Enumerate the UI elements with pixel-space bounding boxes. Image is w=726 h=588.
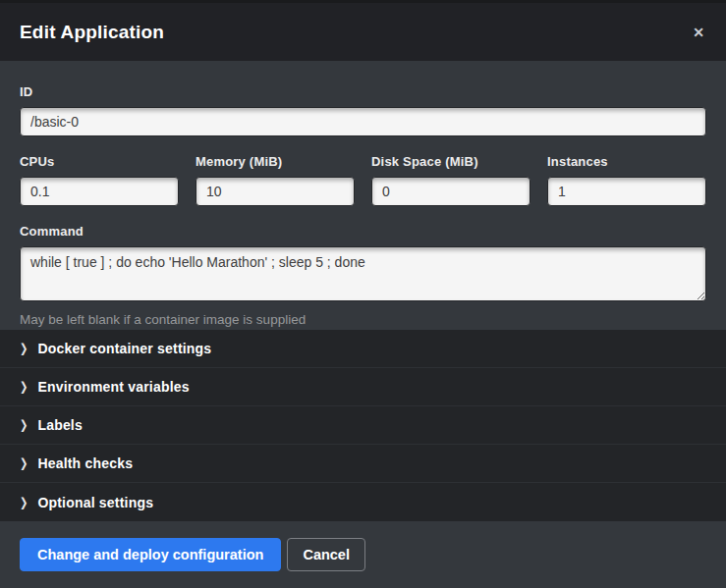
section-optional-settings[interactable]: ❯ Optional settings xyxy=(0,483,726,521)
section-labels[interactable]: ❯ Labels xyxy=(0,406,726,445)
cpus-field-group: CPUs xyxy=(20,154,179,206)
disk-label: Disk Space (MiB) xyxy=(371,154,531,169)
chevron-right-icon: ❯ xyxy=(20,381,28,394)
chevron-right-icon: ❯ xyxy=(20,343,28,355)
section-health-checks[interactable]: ❯ Health checks xyxy=(0,445,726,483)
modal-footer: Change and deploy configuration Cancel xyxy=(0,521,726,588)
modal-header: Edit Application ✕ xyxy=(0,3,726,61)
id-input[interactable] xyxy=(20,107,706,136)
modal-title: Edit Application xyxy=(20,22,164,43)
instances-label: Instances xyxy=(547,154,706,169)
memory-input[interactable] xyxy=(195,177,355,206)
chevron-right-icon: ❯ xyxy=(20,419,28,432)
id-label: ID xyxy=(20,84,706,99)
memory-label: Memory (MiB) xyxy=(195,154,355,169)
id-field-group: ID xyxy=(20,84,706,136)
instances-input[interactable] xyxy=(547,177,706,206)
section-docker-container-settings[interactable]: ❯ Docker container settings xyxy=(0,330,726,368)
chevron-right-icon: ❯ xyxy=(20,496,28,508)
change-and-deploy-button[interactable]: Change and deploy configuration xyxy=(20,538,281,571)
command-label: Command xyxy=(20,224,706,239)
section-title: Docker container settings xyxy=(37,341,211,356)
form-area: ID CPUs Memory (MiB) Disk Space (MiB) In… xyxy=(0,61,726,330)
section-title: Labels xyxy=(37,417,83,433)
memory-field-group: Memory (MiB) xyxy=(195,154,355,206)
disk-field-group: Disk Space (MiB) xyxy=(371,154,531,206)
cpus-input[interactable] xyxy=(20,177,179,206)
section-title: Health checks xyxy=(37,455,133,471)
section-environment-variables[interactable]: ❯ Environment variables xyxy=(0,368,726,406)
command-field-group: Command while [ true ] ; do echo 'Hello … xyxy=(20,224,706,327)
instances-field-group: Instances xyxy=(547,154,706,206)
command-help-text: May be left blank if a container image i… xyxy=(20,312,706,327)
close-icon[interactable]: ✕ xyxy=(691,22,706,43)
resources-row: CPUs Memory (MiB) Disk Space (MiB) Insta… xyxy=(20,154,706,206)
edit-application-modal: Edit Application ✕ ID CPUs Memory (MiB) … xyxy=(0,0,726,588)
chevron-right-icon: ❯ xyxy=(20,457,28,470)
section-title: Environment variables xyxy=(37,379,189,395)
command-textarea[interactable]: while [ true ] ; do echo 'Hello Marathon… xyxy=(20,246,706,301)
section-title: Optional settings xyxy=(37,495,153,510)
cpus-label: CPUs xyxy=(20,154,179,169)
disk-input[interactable] xyxy=(371,177,531,206)
cancel-button[interactable]: Cancel xyxy=(287,538,365,571)
accordion-sections: ❯ Docker container settings ❯ Environmen… xyxy=(0,330,726,521)
